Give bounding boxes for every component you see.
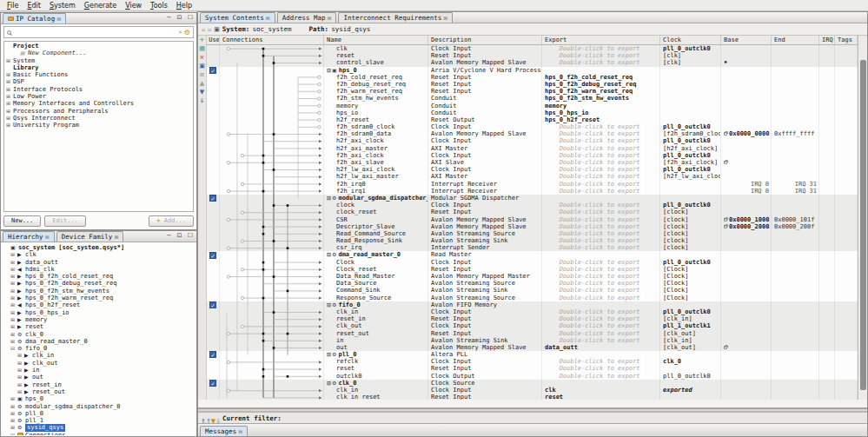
column-header-irq[interactable]: IRQ (819, 36, 835, 44)
base-cell[interactable] (721, 330, 772, 337)
clock-cell[interactable] (660, 301, 721, 308)
expander-icon[interactable]: ⊞ (6, 71, 13, 78)
export-cell[interactable]: memory (542, 103, 660, 109)
clock-cell[interactable]: [clock] (660, 244, 721, 251)
clock-cell[interactable]: pll_1_outclk1 (660, 322, 721, 329)
clock-cell[interactable]: [h2f_axi_clock] (660, 145, 721, 152)
irq-cell[interactable] (819, 259, 835, 266)
tree-item-reset[interactable]: ⊞▶reset (2, 323, 195, 330)
clock-cell[interactable] (660, 195, 721, 202)
base-cell[interactable]: IRQ 0 (721, 188, 772, 195)
expander-icon[interactable]: ⊞ (10, 323, 17, 330)
export-cell[interactable]: clk (542, 387, 660, 394)
export-cell[interactable]: reset (542, 394, 660, 400)
irq-cell[interactable] (819, 337, 835, 344)
clock-cell[interactable]: clk_0 (660, 358, 721, 365)
export-cell[interactable] (542, 380, 660, 387)
irq-cell[interactable] (819, 103, 835, 109)
export-cell[interactable]: Double-click to export (542, 287, 660, 294)
clock-cell[interactable]: exported (660, 387, 721, 394)
clock-cell[interactable]: pll_0_outclk0 (660, 166, 721, 173)
expander-icon[interactable]: ⊞ (10, 331, 17, 338)
clock-cell[interactable] (660, 103, 721, 109)
edit-button[interactable]: Edit... (44, 215, 86, 227)
irq-cell[interactable] (819, 394, 835, 400)
use-checkbox[interactable]: ✓ (209, 301, 216, 308)
export-cell[interactable]: Double-click to export (542, 259, 660, 266)
base-cell[interactable] (721, 387, 772, 394)
irq-cell[interactable] (819, 373, 835, 380)
ip-search-input[interactable]: × ⚙ (3, 26, 194, 38)
irq-cell[interactable] (819, 173, 835, 180)
tab-device-family[interactable]: Device Family ⊠ (56, 231, 124, 242)
base-cell[interactable]: • (721, 59, 772, 66)
tree-item-basic-functions[interactable]: ⊞Basic Functions (4, 71, 193, 78)
expander-icon[interactable]: ⊞ (10, 403, 17, 410)
clock-cell[interactable]: pll_0_outclk0 (660, 137, 721, 144)
export-cell[interactable]: Double-click to export (542, 266, 660, 273)
menu-system[interactable]: System (45, 2, 80, 10)
expander-icon[interactable]: ⊞ (10, 301, 17, 308)
expander-icon[interactable]: ⊞ (6, 57, 13, 64)
base-cell[interactable] (721, 273, 772, 280)
irq-cell[interactable] (819, 116, 835, 123)
irq-cell[interactable] (819, 45, 835, 52)
tab-close-icon[interactable]: ⊠ (443, 13, 447, 23)
vertical-scrollbar[interactable] (858, 36, 867, 400)
irq-cell[interactable] (819, 152, 835, 159)
tree-item-hps-0-f2h-debug-reset-req[interactable]: ⊞▶hps_0_f2h_debug_reset_req (2, 280, 195, 287)
base-cell[interactable] (721, 81, 772, 88)
tree-item-project[interactable]: Project (4, 43, 193, 50)
export-cell[interactable]: Double-click to export (542, 130, 660, 137)
export-cell[interactable]: Double-click to export (542, 166, 660, 173)
tree-item-system[interactable]: ⊞System (4, 57, 193, 64)
expander-icon[interactable]: ⊞ (10, 338, 17, 345)
expander-icon[interactable]: ⊞ (10, 410, 17, 417)
prev-icon[interactable]: ▫ (202, 26, 205, 32)
tab-system-contents[interactable]: System Contents ⊠ (200, 12, 275, 23)
irq-cell[interactable] (819, 145, 835, 152)
remove-icon[interactable]: × (200, 55, 205, 61)
expander-icon[interactable]: ⊟ (327, 351, 331, 357)
export-cell[interactable]: Double-click to export (542, 315, 660, 322)
clock-cell[interactable]: [clock] (660, 223, 721, 230)
tree-item-dsp[interactable]: ⊞DSP (4, 78, 193, 85)
base-cell[interactable] (721, 123, 772, 130)
base-cell[interactable]: 0x0000_0000 (721, 130, 772, 137)
menu-generate[interactable]: Generate (80, 2, 121, 10)
column-header-use[interactable]: Use (207, 36, 220, 44)
expander-icon[interactable]: ⊞ (10, 288, 17, 295)
irq-cell[interactable] (819, 344, 835, 351)
base-cell[interactable] (721, 351, 772, 358)
search-options-gear-icon[interactable]: ⚙ (184, 29, 190, 36)
export-cell[interactable] (542, 301, 660, 308)
expander-icon[interactable]: ⊞ (17, 388, 24, 395)
expander-icon[interactable]: ⊞ (10, 417, 17, 424)
irq-cell[interactable] (819, 358, 835, 365)
add-component-icon[interactable]: + (200, 37, 205, 43)
base-cell[interactable]: 0x0000_1000 (721, 216, 772, 223)
tab-close-icon[interactable]: ⊠ (45, 232, 50, 242)
clock-cell[interactable]: pll_0_outclk0 (660, 45, 721, 52)
expander-icon[interactable]: ⊞ (10, 266, 17, 273)
irq-cell[interactable] (819, 330, 835, 337)
base-cell[interactable] (721, 137, 772, 144)
expander-icon[interactable]: ⊞ (6, 108, 13, 115)
export-cell[interactable]: Double-click to export (542, 202, 660, 209)
tab-hierarchy[interactable]: Hierarchy ⊠ (3, 231, 55, 242)
tree-item-out[interactable]: ⊞▶out (2, 374, 195, 381)
irq-cell[interactable] (819, 365, 835, 372)
export-cell[interactable]: hps_0_hps_io (542, 109, 660, 116)
export-cell[interactable]: hps_0_f2h_stm_hw_events (542, 95, 660, 102)
tree-item-hps-0-f2h-warm-reset-req[interactable]: ⊞▶hps_0_f2h_warm_reset_req (2, 295, 195, 301)
use-checkbox[interactable]: ✓ (209, 67, 216, 74)
irq-cell[interactable] (819, 209, 835, 215)
base-cell[interactable] (721, 380, 772, 387)
irq-cell[interactable] (819, 109, 835, 116)
menu-tools[interactable]: Tools (146, 2, 172, 10)
irq-cell[interactable] (819, 95, 835, 102)
export-cell[interactable]: Double-click to export (542, 181, 660, 188)
clock-cell[interactable]: [h2f_lw_axi_clock] (660, 173, 721, 180)
tree-item-data-outt[interactable]: ⊞▶data_outt (2, 259, 195, 266)
clock-cell[interactable]: pll_0_outclk0 (660, 259, 721, 266)
